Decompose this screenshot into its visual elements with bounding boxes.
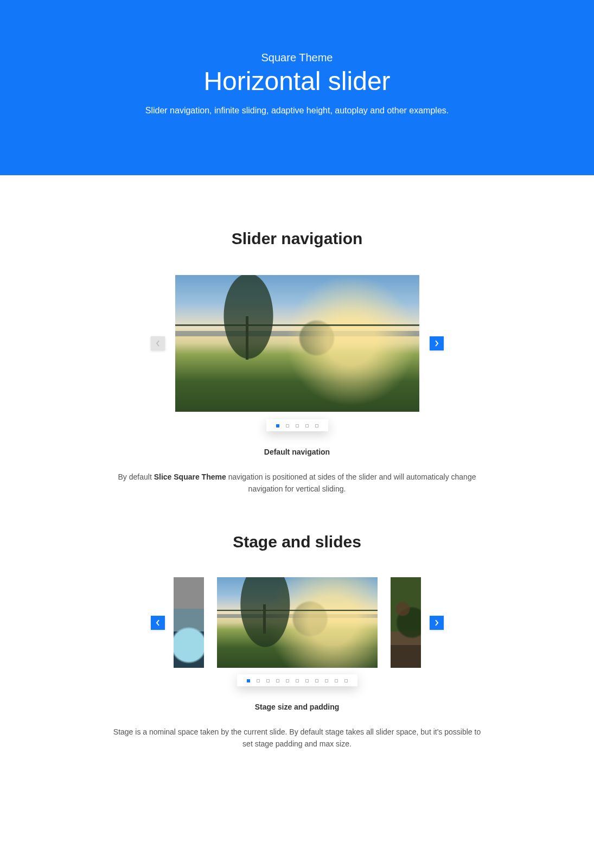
pagination-dot[interactable] (257, 679, 260, 682)
prev-arrow-button (151, 336, 165, 350)
pagination-dot[interactable] (276, 424, 279, 427)
section-slider-navigation: Slider navigation Default navigation By … (102, 175, 493, 495)
pagination-dot[interactable] (296, 424, 299, 427)
pagination-dot[interactable] (325, 679, 328, 682)
section-heading: Slider navigation (102, 229, 493, 248)
chevron-right-icon (434, 340, 439, 347)
next-arrow-button[interactable] (430, 336, 444, 350)
chevron-left-icon (155, 619, 161, 627)
chevron-left-icon (155, 340, 161, 347)
chevron-right-icon (434, 619, 439, 627)
pagination-dot[interactable] (286, 424, 289, 427)
slide-image (217, 577, 378, 668)
prev-arrow-button[interactable] (151, 616, 165, 630)
hero-subtitle: Slider navigation, infinite sliding, ada… (11, 106, 583, 116)
pagination-dot[interactable] (266, 679, 270, 682)
slide-peek-prev (174, 577, 204, 668)
pagination-dot[interactable] (305, 679, 309, 682)
page-title: Horizontal slider (11, 66, 583, 96)
hero-banner: Square Theme Horizontal slider Slider na… (0, 0, 594, 175)
stage-demo (175, 577, 419, 668)
next-arrow-button[interactable] (430, 616, 444, 630)
pagination-dot[interactable] (335, 679, 338, 682)
slider-viewport[interactable] (175, 577, 419, 668)
demo-caption: Default navigation (102, 448, 493, 456)
pagination-dot[interactable] (315, 679, 318, 682)
pagination-dot[interactable] (286, 679, 289, 682)
section-stage-and-slides: Stage and slides Stage size and padding … (102, 495, 493, 782)
slide-image (175, 275, 419, 412)
pagination-dot[interactable] (247, 679, 250, 682)
pagination-dot[interactable] (296, 679, 299, 682)
section-heading: Stage and slides (102, 533, 493, 551)
demo-caption: Stage size and padding (102, 703, 493, 711)
para-bold: Slice Square Theme (154, 473, 226, 481)
pagination-dot[interactable] (344, 679, 348, 682)
pagination-dots (266, 419, 328, 431)
slider-navigation-demo (175, 275, 419, 412)
slide-peek-next (391, 577, 421, 668)
pagination-dot[interactable] (315, 424, 318, 427)
demo-description: By default Slice Square Theme navigation… (102, 471, 493, 495)
para-pre: Stage is a nominal space taken by the cu… (113, 727, 481, 748)
pagination-dot[interactable] (305, 424, 309, 427)
slider-viewport[interactable] (175, 275, 419, 412)
demo-description: Stage is a nominal space taken by the cu… (102, 726, 493, 750)
pagination-dots (237, 674, 357, 686)
pagination-dot[interactable] (276, 679, 279, 682)
para-post: navigation is positioned at sides of the… (226, 473, 476, 493)
hero-theme-line: Square Theme (11, 52, 583, 64)
para-pre: By default (118, 473, 154, 481)
